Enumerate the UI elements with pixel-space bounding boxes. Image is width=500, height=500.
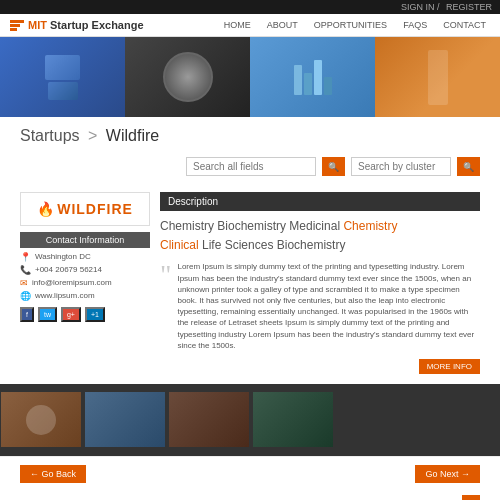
contact-phone-text: +004 20679 56214 (35, 265, 102, 274)
wildfire-logo-box: 🔥 WILDFIRE (20, 192, 150, 226)
breadcrumb-search-area: Startups > Wildfire 🔍 🔍 (0, 117, 500, 182)
breadcrumb: Startups > Wildfire (20, 127, 159, 144)
logo-text: MIT Startup Exchange (28, 19, 144, 31)
bottom-nav: ← Go Back Go Next → (0, 456, 500, 491)
wildfire-flame-icon: 🔥 (37, 201, 54, 217)
contact-location: 📍 Washington DC (20, 252, 150, 262)
search-all-button[interactable]: 🔍 (322, 157, 345, 176)
main-content: 🔥 WILDFIRE Contact Information 📍 Washing… (0, 182, 500, 384)
contact-website: 🌐 www.lipsum.com (20, 291, 150, 301)
description-header: Description (160, 192, 480, 211)
hero-overlay-3 (250, 37, 375, 117)
chemistry-tags: Chemistry Biochemistry Medicinal Chemist… (160, 217, 480, 255)
hero-image-1 (0, 37, 125, 117)
nav-opportunities[interactable]: OPPORTUNITIES (310, 18, 391, 32)
breadcrumb-area: Startups > Wildfire (0, 117, 500, 151)
register-link[interactable]: REGISTER (446, 2, 492, 12)
highlight-chemistry: Chemistry (343, 219, 397, 233)
hero-overlay-4 (375, 37, 500, 117)
left-panel: 🔥 WILDFIRE Contact Information 📍 Washing… (20, 192, 150, 374)
contact-email: ✉ info@loremipsum.com (20, 278, 150, 288)
search-all-input[interactable] (186, 157, 316, 176)
hero-image-4 (375, 37, 500, 117)
gallery-thumb-3[interactable] (169, 392, 249, 447)
search-cluster-button[interactable]: 🔍 (457, 157, 480, 176)
gallery: ‹ › (0, 384, 500, 456)
separator: / (437, 2, 440, 12)
signin-link[interactable]: SIGN IN (401, 2, 435, 12)
breadcrumb-parent[interactable]: Startups (20, 127, 80, 144)
quote-mark-icon: " (160, 261, 171, 351)
search-bar: 🔍 🔍 (0, 151, 500, 182)
phone-icon: 📞 (20, 265, 31, 275)
go-back-button[interactable]: ← Go Back (20, 465, 86, 483)
scroll-top-area: ▲ (0, 491, 500, 500)
hero-overlay-1 (0, 37, 125, 117)
hero-image-2 (125, 37, 250, 117)
twitter-button[interactable]: tw (38, 307, 57, 322)
nav-contact[interactable]: CONTACT (439, 18, 490, 32)
location-icon: 📍 (20, 252, 31, 262)
linkedin-button[interactable]: +1 (85, 307, 105, 322)
googleplus-button[interactable]: g+ (61, 307, 81, 322)
quote-text: Lorem Ipsum is simply dummy text of the … (177, 261, 480, 351)
gallery-thumb-1[interactable] (1, 392, 81, 447)
facebook-button[interactable]: f (20, 307, 34, 322)
more-info-button[interactable]: MORE INFO (419, 359, 480, 374)
wildfire-company-name: WILDFIRE (57, 201, 133, 217)
nav-faqs[interactable]: FAQS (399, 18, 431, 32)
quote-block: " Lorem Ipsum is simply dummy text of th… (160, 261, 480, 351)
logo-bars-icon (10, 20, 24, 31)
website-icon: 🌐 (20, 291, 31, 301)
gallery-thumb-4[interactable] (253, 392, 333, 447)
search-cluster-input[interactable] (351, 157, 451, 176)
top-bar: SIGN IN / REGISTER (0, 0, 500, 14)
highlight-clinical: Clinical (160, 238, 199, 252)
email-icon: ✉ (20, 278, 28, 288)
logo-bar-2 (10, 24, 20, 27)
gallery-thumb-2[interactable] (85, 392, 165, 447)
go-next-button[interactable]: Go Next → (415, 465, 480, 483)
hero-banner (0, 37, 500, 117)
nav-about[interactable]: ABOUT (263, 18, 302, 32)
contact-phone: 📞 +004 20679 56214 (20, 265, 150, 275)
hero-image-3 (250, 37, 375, 117)
scroll-top-button[interactable]: ▲ (462, 495, 480, 500)
logo: MIT Startup Exchange (10, 19, 144, 31)
hero-overlay-2 (125, 37, 250, 117)
right-panel: Description Chemistry Biochemistry Medic… (160, 192, 480, 374)
nav-home[interactable]: HOME (220, 18, 255, 32)
contact-website-text: www.lipsum.com (35, 291, 95, 300)
header: MIT Startup Exchange HOME ABOUT OPPORTUN… (0, 14, 500, 37)
contact-info-header: Contact Information (20, 232, 150, 248)
gallery-images (0, 392, 500, 447)
main-nav: HOME ABOUT OPPORTUNITIES FAQS CONTACT (220, 18, 490, 32)
social-icons: f tw g+ +1 (20, 307, 150, 322)
logo-bar-3 (10, 28, 17, 31)
breadcrumb-separator: > (88, 127, 97, 144)
contact-location-text: Washington DC (35, 252, 91, 261)
breadcrumb-current: Wildfire (106, 127, 159, 144)
contact-email-text: info@loremipsum.com (32, 278, 112, 287)
logo-bar-1 (10, 20, 24, 23)
